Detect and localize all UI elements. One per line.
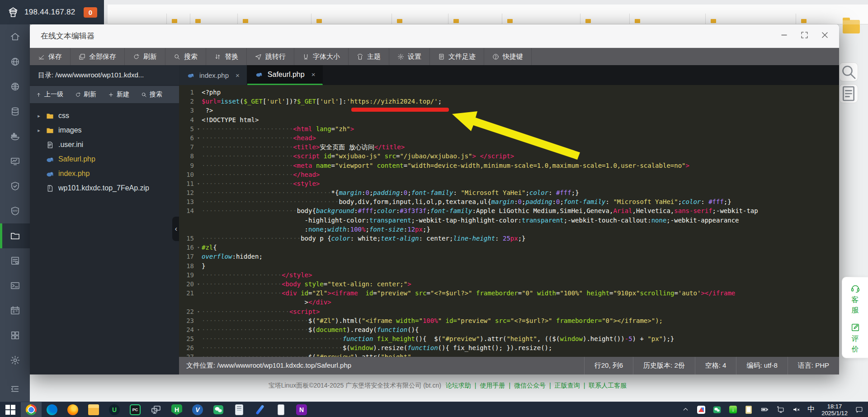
page-search-fab[interactable] — [839, 62, 858, 81]
sidebar-item-home[interactable] — [0, 24, 30, 49]
notifications-icon[interactable] — [854, 405, 863, 414]
sidebar-item-waf[interactable]: WAF — [0, 199, 30, 223]
tab-close-icon[interactable]: × — [311, 71, 316, 78]
page-list-fab[interactable] — [839, 84, 858, 103]
fold-marker-icon[interactable]: ▾ — [195, 133, 202, 142]
taskbar-app-remote-desktop[interactable] — [146, 402, 166, 417]
sidebar-item-security[interactable] — [0, 174, 30, 199]
tray-network-display[interactable] — [776, 405, 785, 414]
taskbar-app-v-app[interactable]: V — [187, 402, 208, 417]
sidebar-item-database[interactable] — [0, 99, 30, 124]
status-item[interactable]: 空格: 4 — [695, 357, 736, 374]
sidebar-item-logs[interactable] — [0, 248, 30, 273]
file-toolbar-搜索[interactable]: 搜索 — [135, 90, 168, 99]
toolbar-button-保存[interactable]: 保存 — [30, 48, 71, 65]
footer-link-微信公众号[interactable]: 微信公众号 — [514, 382, 546, 389]
tab-close-icon[interactable]: × — [236, 71, 240, 79]
footer-link-使用手册[interactable]: 使用手册 — [480, 382, 505, 389]
toolbar-button-搜索[interactable]: 搜索 — [165, 48, 206, 65]
toolbar-button-刷新[interactable]: 刷新 — [125, 48, 165, 65]
tray-tray-expand[interactable] — [681, 405, 690, 414]
taskbar-app-device-manager[interactable] — [229, 402, 250, 417]
footer-link-正版查询[interactable]: 正版查询 — [555, 382, 580, 389]
docker-icon — [10, 131, 20, 142]
sidebar-item-files[interactable] — [0, 223, 30, 248]
widget-客服[interactable]: 客服 — [850, 284, 860, 314]
fold-marker-icon[interactable]: ▾ — [195, 280, 202, 289]
toolbar-button-跳转行[interactable]: 跳转行 — [247, 48, 294, 65]
fold-marker-icon[interactable]: ▾ — [195, 325, 202, 334]
status-item[interactable]: 历史版本: 2份 — [633, 357, 695, 374]
folder-caret-icon[interactable]: ▸ — [36, 128, 42, 133]
file-item-css[interactable]: ▸css — [30, 109, 179, 123]
sidebar-collapse-button[interactable] — [0, 376, 30, 402]
tray-volume-muted[interactable] — [792, 405, 801, 414]
taskbar-app-chrome[interactable] — [21, 402, 42, 417]
fold-marker-icon — [195, 170, 202, 179]
footer-link-联系人工客服[interactable]: 联系人工客服 — [589, 382, 627, 389]
taskbar-app-phone[interactable] — [270, 402, 291, 417]
file-item-wp101.kdxdc.top_7FeAp.zip[interactable]: wp101.kdxdc.top_7FeAp.zip — [30, 181, 179, 195]
taskbar-app-onenote[interactable]: N — [291, 402, 312, 417]
taskbar-app-iobit[interactable]: U — [104, 402, 125, 417]
fold-marker-icon[interactable]: ▾ — [195, 307, 202, 316]
taskbar-app-file-explorer[interactable] — [83, 402, 104, 417]
toolbar-button-主题[interactable]: 主题 — [349, 48, 389, 65]
taskbar-app-pen-tool[interactable] — [250, 402, 270, 417]
fullscreen-button[interactable] — [800, 31, 809, 41]
taskbar-app-firefox[interactable] — [62, 402, 83, 417]
widget-评价[interactable]: 评价 — [850, 322, 860, 353]
toolbar-button-快捷键[interactable]: 快捷键 — [484, 48, 532, 65]
minimize-button[interactable] — [780, 31, 788, 41]
taskbar-app-pycharm[interactable]: PC — [125, 402, 146, 417]
taskbar-app-finalshell[interactable]: H — [166, 402, 187, 417]
ime-indicator[interactable]: 中 — [807, 405, 815, 414]
status-item[interactable]: 编码: utf-8 — [736, 357, 787, 374]
taskbar-clock[interactable]: 18:17 2025/1/12 — [821, 403, 848, 417]
toolbar-button-替换[interactable]: 替换 — [206, 48, 247, 65]
fold-marker-icon[interactable]: ▾ — [195, 243, 202, 252]
footer-link-论坛求助[interactable]: 论坛求助 — [446, 382, 471, 389]
sidebar-item-website[interactable] — [0, 49, 30, 74]
sidebar-item-network[interactable] — [0, 74, 30, 99]
close-button[interactable] — [821, 31, 829, 41]
folder-caret-icon[interactable]: ▸ — [36, 113, 42, 119]
message-count-badge[interactable]: 0 — [84, 7, 97, 18]
tray-clipboard[interactable] — [744, 405, 753, 414]
editor-tab-Safeurl.php[interactable]: Safeurl.php× — [247, 65, 323, 85]
tray-idm[interactable]: ↓ — [728, 405, 737, 414]
tray-wechat-tray[interactable] — [712, 405, 722, 414]
status-item[interactable]: 语言: PHP — [788, 357, 839, 374]
toolbar-button-文件足迹[interactable]: 文件足迹 — [430, 48, 484, 65]
fold-marker-icon[interactable]: ▾ — [195, 179, 202, 188]
toolbar-button-字体大小[interactable]: 字体大小 — [294, 48, 349, 65]
file-item-images[interactable]: ▸images — [30, 123, 179, 137]
code-editor[interactable]: 1<?php2$url=isset($_GET['url'])?$_GET['u… — [179, 85, 839, 357]
status-item[interactable]: 行20, 列6 — [584, 357, 633, 374]
file-toolbar-刷新[interactable]: 刷新 — [69, 90, 102, 99]
taskbar-app-wechat[interactable] — [208, 402, 229, 417]
sidebar-item-terminal[interactable] — [0, 273, 30, 298]
code-line-13: 13····································bo… — [179, 197, 839, 206]
editor-tab-index.php[interactable]: index.php× — [179, 65, 247, 85]
toolbar-button-设置[interactable]: 设置 — [389, 48, 430, 65]
code-line-wrap: ></div> — [179, 298, 839, 307]
clock-date: 2025/1/12 — [821, 410, 848, 417]
tray-battery[interactable] — [760, 405, 769, 414]
file-item-Safeurl.php[interactable]: Safeurl.php — [30, 152, 179, 166]
file-toolbar-上一级[interactable]: 上一级 — [30, 90, 69, 99]
sidebar-item-monitor[interactable] — [0, 149, 30, 174]
toolbar-button-全部保存[interactable]: 全部保存 — [71, 48, 125, 65]
file-item-index.php[interactable]: index.php — [30, 166, 179, 181]
file-item-.user.ini[interactable]: .user.ini — [30, 137, 179, 152]
sidebar-item-docker[interactable] — [0, 124, 30, 149]
tray-colorful-app[interactable] — [697, 405, 706, 414]
sidebar-item-cron[interactable] — [0, 298, 30, 323]
taskbar-app-edge[interactable] — [42, 402, 62, 417]
sidebar-item-settings[interactable] — [0, 348, 30, 373]
file-toolbar-新建[interactable]: 新建 — [102, 90, 135, 99]
taskbar-app-windows-start[interactable] — [0, 402, 21, 417]
fold-marker-icon[interactable]: ▾ — [195, 124, 202, 133]
code-text: #zl{ — [202, 243, 217, 252]
sidebar-item-app-store[interactable] — [0, 323, 30, 348]
